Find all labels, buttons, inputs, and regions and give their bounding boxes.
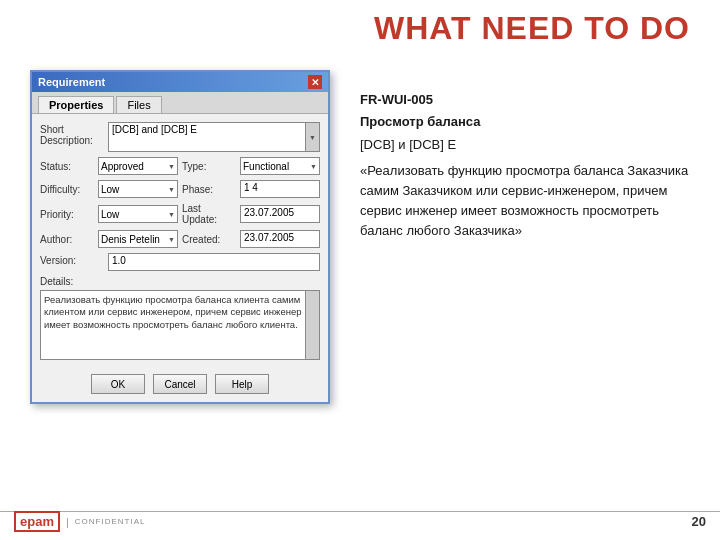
phase-cell: Phase: 1 4 [182,180,320,198]
status-value: Approved [101,161,144,172]
separator: | [66,516,69,528]
type-arrow: ▼ [310,163,317,170]
footer-confidential: CONFIDENTIAL [75,517,146,526]
difficulty-select[interactable]: Low ▼ [98,180,178,198]
phase-label: Phase: [182,184,237,195]
last-update-cell: Last Update: 23.07.2005 [182,203,320,225]
footer-logo-area: epam | CONFIDENTIAL [14,511,146,532]
details-value: Реализовать функцию просмотра баланса кл… [44,294,302,330]
requirement-dialog: Requirement ✕ Properties Files ShortDesc… [30,70,330,404]
footer-page-number: 20 [692,514,706,529]
priority-arrow: ▼ [168,211,175,218]
status-type-row: Status: Approved ▼ Type: Functional ▼ [40,157,320,175]
details-scrollbar [305,291,319,359]
ok-button[interactable]: OK [91,374,145,394]
epam-logo: epam [14,511,60,532]
phase-input[interactable]: 1 4 [240,180,320,198]
created-value: 23.07.2005 [244,232,294,243]
dialog-close-button[interactable]: ✕ [308,75,322,89]
short-description-row: ShortDescription: [DCB] and [DCB] E ▼ [40,122,320,152]
dialog-titlebar: Requirement ✕ [32,72,328,92]
status-arrow: ▼ [168,163,175,170]
type-cell: Type: Functional ▼ [182,157,320,175]
type-select[interactable]: Functional ▼ [240,157,320,175]
type-label: Type: [182,161,237,172]
item-subtitle: [DCB] и [DCB] E [360,135,700,155]
priority-label: Priority: [40,209,95,220]
details-label: Details: [40,276,320,287]
tab-files[interactable]: Files [116,96,161,113]
author-cell: Author: Denis Petelin ▼ [40,230,178,248]
help-button[interactable]: Help [215,374,269,394]
status-select[interactable]: Approved ▼ [98,157,178,175]
last-update-value: 23.07.2005 [244,207,294,218]
cancel-button[interactable]: Cancel [153,374,207,394]
page-title: WHAT NEED TO DO [374,10,690,47]
version-label: Version: [40,253,108,266]
status-cell: Status: Approved ▼ [40,157,178,175]
difficulty-phase-row: Difficulty: Low ▼ Phase: 1 4 [40,180,320,198]
priority-select[interactable]: Low ▼ [98,205,178,223]
difficulty-arrow: ▼ [168,186,175,193]
type-value: Functional [243,161,289,172]
item-id: FR-WUI-005 [360,90,700,110]
version-value: 1.0 [112,255,126,266]
created-input[interactable]: 23.07.2005 [240,230,320,248]
status-label: Status: [40,161,95,172]
dialog-title: Requirement [38,76,105,88]
version-row: Version: 1.0 [40,253,320,271]
difficulty-value: Low [101,184,119,195]
dialog-body: ShortDescription: [DCB] and [DCB] E ▼ St… [32,114,328,368]
phase-value: 1 4 [244,182,258,193]
priority-cell: Priority: Low ▼ [40,203,178,225]
details-textarea[interactable]: Реализовать функцию просмотра баланса кл… [40,290,320,360]
tab-properties[interactable]: Properties [38,96,114,113]
footer: epam | CONFIDENTIAL 20 [0,511,720,532]
short-description-input[interactable]: [DCB] and [DCB] E ▼ [108,122,320,152]
created-label: Created: [182,234,237,245]
right-content: FR-WUI-005 Просмотр баланса [DCB] и [DCB… [360,90,700,241]
item-title: Просмотр баланса [360,112,700,132]
priority-value: Low [101,209,119,220]
difficulty-label: Difficulty: [40,184,95,195]
dialog-buttons: OK Cancel Help [32,368,328,402]
dialog-tabs: Properties Files [32,92,328,114]
short-description-label: ShortDescription: [40,122,108,146]
author-label: Author: [40,234,95,245]
scroll-indicator: ▼ [305,123,319,151]
priority-lastupdate-row: Priority: Low ▼ Last Update: 23.07.2005 [40,203,320,225]
author-arrow: ▼ [168,236,175,243]
created-cell: Created: 23.07.2005 [182,230,320,248]
last-update-label: Last Update: [182,203,237,225]
author-created-row: Author: Denis Petelin ▼ Created: 23.07.2… [40,230,320,248]
last-update-input[interactable]: 23.07.2005 [240,205,320,223]
difficulty-cell: Difficulty: Low ▼ [40,180,178,198]
version-input[interactable]: 1.0 [108,253,320,271]
author-select[interactable]: Denis Petelin ▼ [98,230,178,248]
short-description-value: [DCB] and [DCB] E [112,124,316,135]
item-desc: «Реализовать функцию просмотра баланса З… [360,161,700,242]
author-value: Denis Petelin [101,234,160,245]
